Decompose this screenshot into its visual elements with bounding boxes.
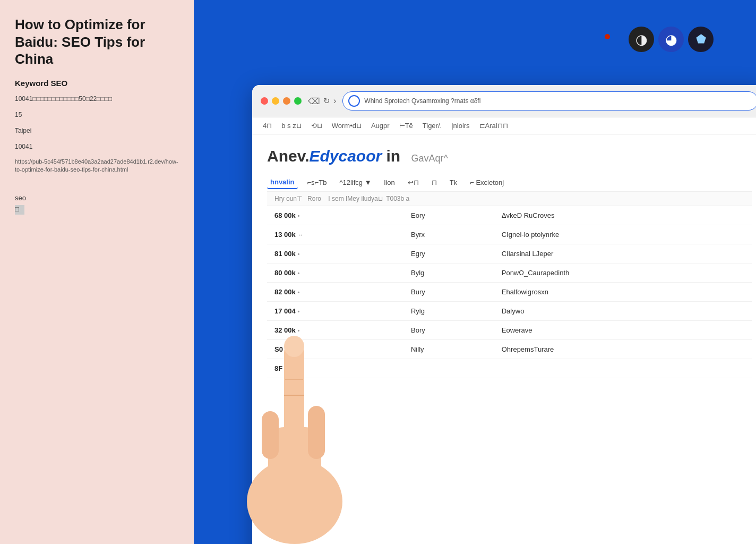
cell-col3: CIlarsinal LJeper [494, 244, 752, 264]
cell-num: 17 004 • [267, 302, 403, 321]
back-icon[interactable]: ⌫ [308, 96, 320, 106]
tag-seo: seo [15, 194, 179, 202]
browser-content: Anev.Edycaoor in GavAqr^ hnvalin ⌐s⌐Tb ^… [252, 134, 756, 544]
cell-col3: OhrepemsTurare [494, 340, 752, 359]
cell-col2: Bory [403, 321, 494, 340]
article-url: https://pub-5c454f571b8e40a3a2aad27ade84… [15, 158, 179, 174]
table-row: 13 00k ↔ Byrx CIgnei-lo ptolynrke [267, 225, 752, 244]
dot-orange[interactable] [283, 97, 290, 105]
filter-tk[interactable]: Tk [446, 176, 460, 189]
traffic-lights [261, 97, 302, 105]
toolbar-item-worm[interactable]: Worm•d⊔ [332, 122, 362, 130]
cell-col3: ΔvkeD RuCroves [494, 206, 752, 225]
cell-num: 13 00k ↔ [267, 225, 403, 244]
icon-1: ◑ [629, 27, 654, 52]
sub-header: Hry oun⊤ Roro I sem IMey iludya⊔ T003b a [267, 192, 752, 206]
icon-3: ⬟ [688, 27, 714, 52]
cell-num: S0 00k • [267, 340, 403, 359]
cell-num: 80 00k • [267, 264, 403, 283]
filter-hnvalin[interactable]: hnvalin [267, 176, 298, 189]
table-row: 17 004 • Rylg Dalywo [267, 302, 752, 321]
table-row: 81 00k • Egry CIlarsinal LJeper [267, 244, 752, 264]
filter-lion[interactable]: lion [381, 176, 398, 189]
meta-line-1: 10041□□□□□□□□□□□□50□22□□□□ [15, 94, 179, 104]
cell-num: 8F 00k • [267, 359, 403, 378]
cell-col2: Nilly [403, 340, 494, 359]
filter-tb[interactable]: ⌐s⌐Tb [304, 176, 330, 189]
cell-col3: CIgnei-lo ptolynrke [494, 225, 752, 244]
cell-num: 68 00k • [267, 206, 403, 225]
cell-col3: PonwΩ_Caurapedinth [494, 264, 752, 283]
toolbar-item-1[interactable]: b s z⊔ [281, 122, 301, 130]
toolbar-item-nloirs[interactable]: |nloirs [451, 122, 469, 130]
browser-chrome: ⌫ ↻ › Whind Sprotech Qvsamroxing ?rnats … [252, 85, 756, 117]
cell-col3: Ehalfowigrosxn [494, 283, 752, 302]
nav-icon[interactable]: ↻ [323, 96, 330, 106]
table-row: 82 00k • Bury Ehalfowigrosxn [267, 283, 752, 302]
dot-yellow[interactable] [272, 97, 279, 105]
cell-col3: Eowerave [494, 321, 752, 340]
filter-exciet[interactable]: ⌐ Excietonj [467, 176, 507, 189]
data-table: 68 00k • Eory ΔvkeD RuCroves 13 00k ↔ By… [267, 206, 752, 378]
cell-num: 81 00k • [267, 244, 403, 264]
browser-toolbar: 4⊓ b s z⊔ ⟲⊔ Worm•d⊔ Augpr ⊢Tē Tiger/. |… [252, 117, 756, 134]
address-circle-icon [348, 95, 360, 107]
filter-box[interactable]: ⊓ [428, 176, 440, 189]
toolbar-item-augpr[interactable]: Augpr [371, 122, 390, 130]
page-title-part3: in [382, 147, 400, 165]
address-text: Whind Sprotech Qvsamroxing ?rnats αδfl [364, 97, 480, 105]
cell-col2: Byrx [403, 225, 494, 244]
icon-2: ◕ [658, 27, 684, 52]
left-panel: How to Optimize for Baidu: SEO Tips for … [0, 0, 194, 544]
table-row: 32 00k • Bory Eowerave [267, 321, 752, 340]
article-title: How to Optimize for Baidu: SEO Tips for … [15, 16, 179, 68]
cell-col2: Egry [403, 244, 494, 264]
table-row: 68 00k • Eory ΔvkeD RuCroves [267, 206, 752, 225]
meta-line-3: Taipei [15, 126, 179, 135]
page-subtitle: GavAqr^ [411, 153, 448, 164]
right-panel: ◑ ◕ ⬟ ⌫ ↻ › Whind Sprotech Qvsamroxing ?… [194, 0, 756, 544]
table-row: S0 00k • Nilly OhrepemsTurare [267, 340, 752, 359]
filter-arrow[interactable]: ↩⊓ [405, 176, 422, 189]
table-row: 80 00k • Bylg PonwΩ_Caurapedinth [267, 264, 752, 283]
dot-green[interactable] [294, 97, 302, 105]
toolbar-item-2[interactable]: ⟲⊔ [311, 122, 322, 130]
cell-col2: Rylg [403, 302, 494, 321]
cell-col3: Dalywo [494, 302, 752, 321]
cell-col2 [403, 359, 494, 378]
toolbar-item-0[interactable]: 4⊓ [263, 122, 272, 130]
cell-col2: Bury [403, 283, 494, 302]
page-title: Anev.Edycaoor in [267, 147, 405, 165]
dot-red[interactable] [261, 97, 268, 105]
page-title-part1: Anev. [267, 147, 309, 165]
table-row: 8F 00k • [267, 359, 752, 378]
cell-num: 32 00k • [267, 321, 403, 340]
browser-window: ⌫ ↻ › Whind Sprotech Qvsamroxing ?rnats … [252, 85, 756, 544]
meta-line-4: 10041 [15, 142, 179, 151]
address-bar[interactable]: Whind Sprotech Qvsamroxing ?rnats αδfl [342, 91, 756, 110]
filter-bar: hnvalin ⌐s⌐Tb ^12lifcg ▼ lion ↩⊓ ⊓ Tk ⌐ … [267, 172, 752, 192]
toolbar-item-tiger[interactable]: Tiger/. [423, 122, 442, 130]
toolbar-item-te[interactable]: ⊢Tē [399, 122, 413, 130]
toolbar-item-aral[interactable]: ⊏Aral⊓⊓ [479, 122, 508, 130]
meta-line-2: 15 [15, 110, 179, 120]
page-title-part2: Edycaoor [309, 147, 382, 165]
top-icons-group: ◑ ◕ ⬟ [629, 27, 714, 52]
keyword-label: Keyword SEO [15, 79, 179, 88]
filter-12lifcg[interactable]: ^12lifcg ▼ [336, 176, 374, 189]
cell-col2: Bylg [403, 264, 494, 283]
dot-red [605, 34, 610, 39]
tag-box: □ [15, 205, 24, 215]
cell-col3 [494, 359, 752, 378]
forward-icon[interactable]: › [333, 96, 336, 106]
cell-col2: Eory [403, 206, 494, 225]
nav-controls: ⌫ ↻ › [308, 96, 336, 106]
cell-num: 82 00k • [267, 283, 403, 302]
